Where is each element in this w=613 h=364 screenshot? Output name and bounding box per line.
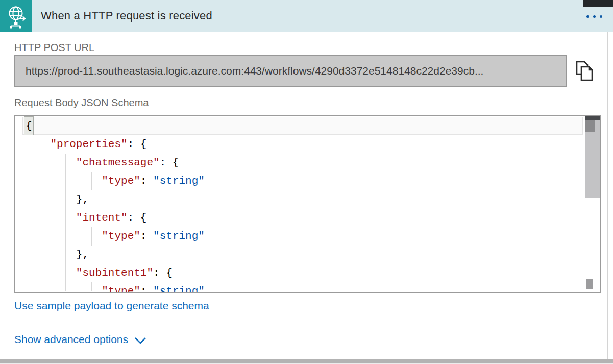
ellipsis-icon [586, 15, 589, 18]
card-header[interactable]: When a HTTP request is received [0, 0, 613, 32]
panel-right-edge [607, 32, 608, 359]
card-bottom-edge [0, 359, 613, 363]
http-post-url-label: HTTP POST URL [14, 42, 94, 54]
schema-code[interactable]: { "properties": { "chatmessage": { "type… [24, 117, 205, 292]
copy-url-button[interactable] [574, 59, 596, 83]
http-request-globe-icon [0, 0, 32, 32]
scrollbar-thumb[interactable] [585, 120, 595, 132]
more-commands-button[interactable] [580, 7, 608, 26]
corner-dark-rectangle [583, 0, 613, 7]
http-request-trigger-card: When a HTTP request is received HTTP POS… [0, 0, 613, 364]
card-title: When a HTTP request is received [41, 0, 212, 32]
use-sample-payload-link[interactable]: Use sample payload to generate schema [14, 300, 209, 312]
request-body-schema-label: Request Body JSON Schema [14, 97, 149, 109]
scrollbar-top-shadow [585, 116, 600, 120]
editor-content[interactable]: { "properties": { "chatmessage": { "type… [15, 116, 600, 292]
show-advanced-options-link[interactable]: Show advanced options [14, 333, 146, 346]
copy-icon [575, 60, 595, 82]
scrollbar-bottom-piece[interactable] [586, 279, 593, 289]
chevron-down-icon [134, 337, 146, 344]
http-post-url-input[interactable] [14, 55, 567, 87]
json-schema-editor[interactable]: { "properties": { "chatmessage": { "type… [14, 115, 601, 293]
